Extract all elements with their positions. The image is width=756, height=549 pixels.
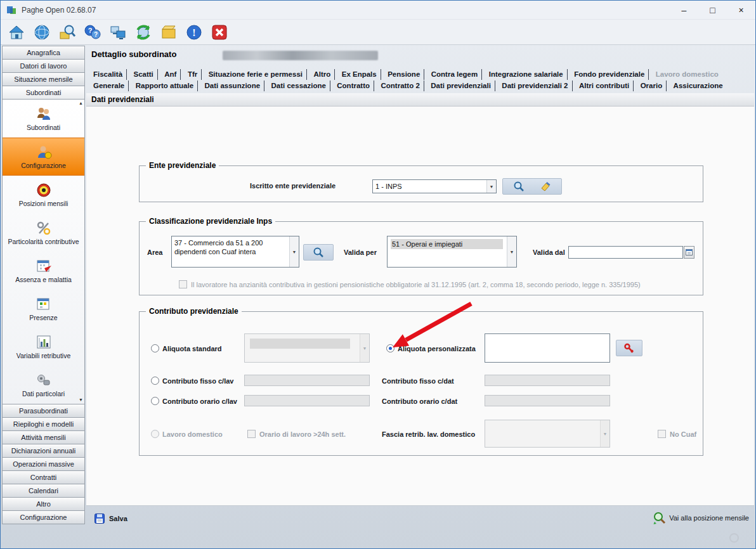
sidebar-item-operazioni-massive[interactable]: Operazioni massive — [2, 457, 85, 471]
valida-per-label: Valida per — [344, 249, 377, 257]
valida-dal-input[interactable] — [568, 246, 683, 259]
chevron-down-icon[interactable]: ▼ — [507, 236, 516, 267]
sidebar-icon-item-particolarita-contributive[interactable]: Particolarità contributive — [3, 214, 84, 252]
toolbar-button-exit[interactable] — [209, 22, 230, 43]
main-panel: Dettaglio subordinato Fiscalità Scatti A… — [86, 45, 754, 547]
sidebar-icon-label: Presenze — [29, 314, 57, 321]
aliquota-personalizzata-radio[interactable] — [386, 344, 394, 352]
toolbar-button-archive[interactable] — [158, 22, 179, 43]
ente-search-button[interactable] — [506, 179, 531, 193]
tab-contratto-2[interactable]: Contratto 2 — [377, 81, 424, 91]
maximize-button[interactable]: □ — [698, 1, 727, 20]
area-search-button[interactable] — [306, 245, 331, 259]
chevron-down-icon[interactable]: ▼ — [486, 180, 496, 193]
close-button[interactable]: × — [727, 1, 755, 20]
group-contributo-previdenziale: Contributo previdenziale Aliquota standa… — [139, 311, 703, 456]
sidebar-icon-item-dati-particolari[interactable]: Dati particolari — [3, 366, 84, 404]
sidebar-icon-item-posizioni-mensili[interactable]: Posizioni mensili — [3, 176, 84, 214]
tab-situazione-ferie-e-permessi[interactable]: Situazione ferie e permessi — [205, 69, 307, 80]
sidebar-item-configurazione[interactable]: Configurazione — [2, 510, 85, 524]
sidebar-icon-label: Variabili retributive — [16, 352, 71, 359]
sidebar-icon-item-assenza-e-malattia[interactable]: Assenza e malattia — [3, 252, 84, 290]
ente-clear-button[interactable] — [533, 179, 558, 193]
group-classificazione-inps: Classificazione previdenziale Inps Area … — [139, 221, 703, 295]
valida-dal-label: Valida dal — [533, 249, 565, 257]
tab-fondo-previdenziale[interactable]: Fondo previdenziale — [570, 69, 649, 80]
sidebar-item-subordinati[interactable]: Subordinati — [2, 86, 85, 100]
aliquota-standard-radio[interactable] — [151, 344, 159, 352]
save-button-label: Salva — [109, 515, 127, 522]
scroll-up-icon[interactable]: ▲ — [79, 101, 83, 106]
tab-rapporto-attuale[interactable]: Rapporto attuale — [132, 81, 198, 91]
tab-anf[interactable]: Anf — [160, 69, 181, 80]
sidebar-item-anagrafica[interactable]: Anagrafica — [2, 46, 85, 60]
save-button[interactable]: Salva — [91, 512, 131, 526]
sidebar-item-attivita-mensili[interactable]: Attività mensili — [2, 430, 85, 444]
sidebar-icon-item-variabili-retributive[interactable]: Variabili retributive — [3, 328, 84, 366]
toolbar-button-sync[interactable] — [133, 22, 154, 43]
sidebar-item-riepiloghi-e-modelli[interactable]: Riepiloghi e modelli — [2, 417, 85, 431]
toolbar-button-network[interactable] — [107, 22, 129, 43]
tab-dati-previdenziali[interactable]: Dati previdenziali — [427, 81, 495, 91]
sidebar-item-parasubordinati[interactable]: Parasubordinati — [2, 404, 85, 418]
scroll-down-icon[interactable]: ▼ — [79, 397, 83, 403]
sidebar-item-situazione-mensile[interactable]: Situazione mensile — [2, 72, 85, 86]
tab-contratto[interactable]: Contratto — [333, 81, 374, 91]
tab-contra-legem[interactable]: Contra legem — [427, 69, 483, 80]
tab-generale[interactable]: Generale — [89, 81, 129, 91]
tab-dati-assunzione[interactable]: Dati assunzione — [201, 81, 265, 91]
sidebar-item-datori-di-lavoro[interactable]: Datori di lavoro — [2, 59, 85, 73]
tab-altro[interactable]: Altro — [310, 69, 335, 80]
toolbar-button-search-archive[interactable] — [56, 22, 78, 43]
valida-dal-calendar-button[interactable] — [684, 246, 694, 259]
app-window: Paghe Open 02.68.07 – □ × — [0, 0, 756, 549]
iscritto-ente-combobox[interactable]: 1 - INPS ▼ — [372, 179, 497, 193]
aliquota-personalizzata-input[interactable] — [485, 333, 610, 363]
no-cuaf-label: No Cuaf — [670, 430, 696, 439]
toolbar-button-home[interactable] — [6, 22, 27, 43]
sidebar-icon-item-presenze[interactable]: Presenze — [3, 290, 84, 328]
globe-icon — [33, 23, 51, 41]
tab-dati-cessazione[interactable]: Dati cessazione — [268, 81, 330, 91]
contributo-orario-radio[interactable] — [151, 397, 159, 405]
tab-integrazione-salariale[interactable]: Integrazione salariale — [485, 69, 568, 80]
help-search-icon: ? ? — [84, 23, 101, 41]
tab-fiscalita[interactable]: Fiscalità — [89, 69, 127, 80]
aliquota-key-button[interactable] — [616, 341, 642, 355]
sidebar-item-dichiarazioni-annuali[interactable]: Dichiarazioni annuali — [2, 444, 85, 458]
sidebar-item-contratti[interactable]: Contratti — [2, 470, 85, 484]
contributo-fisso-dat-input — [485, 375, 610, 386]
chevron-down-icon[interactable]: ▼ — [289, 236, 299, 267]
goto-monthly-position-button[interactable]: Vai alla posizione mensile — [653, 512, 749, 524]
tab-ex-enpals[interactable]: Ex Enpals — [338, 69, 381, 80]
toolbar-button-help[interactable]: ? ? — [82, 22, 103, 43]
sidebar-icon-item-configurazione[interactable]: Configurazione — [3, 138, 84, 176]
lavoro-domestico-radio — [151, 430, 159, 438]
minimize-button[interactable]: – — [670, 1, 698, 20]
tab-orario[interactable]: Orario — [637, 81, 667, 91]
tab-pensione[interactable]: Pensione — [384, 69, 424, 80]
tab-assicurazione[interactable]: Assicurazione — [670, 81, 727, 91]
tab-dati-previdenziali-2[interactable]: Dati previdenziali 2 — [498, 81, 572, 91]
anzianita-checkbox-label: Il lavoratore ha anzianità contributiva … — [191, 281, 641, 289]
sidebar-item-calendari[interactable]: Calendari — [2, 484, 85, 498]
goto-monthly-position-label: Vai alla posizione mensile — [669, 514, 749, 522]
calendar-absence-icon — [36, 258, 52, 274]
contributo-orario-dat-input — [485, 395, 610, 406]
toolbar-button-internet[interactable] — [31, 22, 53, 43]
fascia-retrib-label: Fascia retrib. lav. domestico — [382, 430, 475, 439]
titlebar: Paghe Open 02.68.07 – □ × — [1, 1, 755, 20]
area-combobox[interactable]: 37 - Commercio da 51 a 200 dipendenti co… — [171, 236, 299, 268]
valida-per-combobox[interactable]: 51 - Operai e impiegati ▼ — [387, 236, 517, 268]
eraser-icon — [540, 181, 551, 192]
toolbar-button-info[interactable]: ! — [183, 22, 205, 43]
sync-globe-icon — [134, 23, 152, 41]
group-title: Contributo previdenziale — [146, 307, 242, 316]
tab-altri-contributi[interactable]: Altri contributi — [575, 81, 634, 91]
section-title: Dati previdenziali — [86, 93, 754, 104]
tab-tfr[interactable]: Tfr — [184, 69, 202, 80]
tab-scatti[interactable]: Scatti — [129, 69, 157, 80]
contributo-fisso-radio[interactable] — [151, 377, 159, 385]
sidebar-item-altro[interactable]: Altro — [2, 497, 85, 511]
sidebar-icon-item-subordinati[interactable]: Subordinati — [3, 100, 84, 138]
